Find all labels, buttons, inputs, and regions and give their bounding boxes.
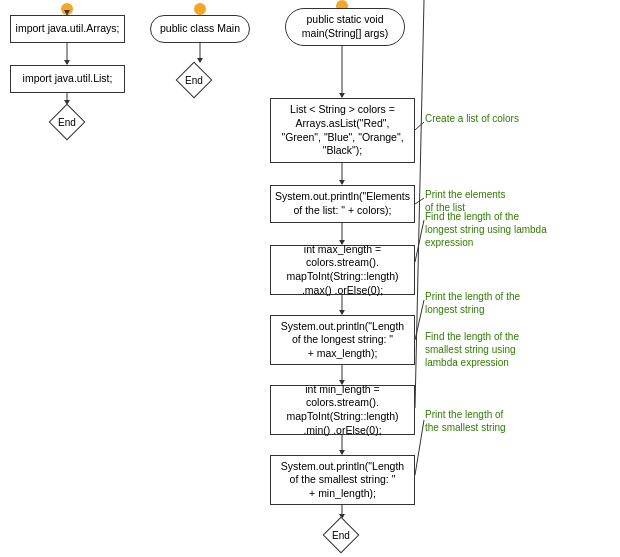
svg-line-28 (415, 0, 424, 408)
start-dot-1 (61, 3, 73, 15)
node-print-elements: System.out.println("Elements of the list… (270, 185, 415, 223)
svg-line-29 (415, 420, 424, 475)
end-label-1: End (58, 117, 76, 128)
node-main-method: public static void main(String[] args) (285, 8, 405, 46)
svg-line-26 (415, 220, 424, 262)
end-diamond-2: End (176, 62, 212, 98)
node-create-list: List < String > colors = Arrays.asList("… (270, 98, 415, 163)
node-import-list: import java.util.List; (10, 65, 125, 93)
end-diamond-1: End (49, 104, 85, 140)
annotation-print-max: Print the length of thelongest string (425, 290, 520, 316)
node-print-max: System.out.println("Length of the longes… (270, 315, 415, 365)
node-public-class: public class Main (150, 15, 250, 43)
annotation-create-colors: Create a list of colors (425, 112, 519, 125)
svg-line-27 (415, 300, 424, 340)
end-label-2: End (185, 75, 203, 86)
annotation-find-min: Find the length of thesmallest string us… (425, 330, 519, 369)
start-dot-2 (194, 3, 206, 15)
svg-line-24 (415, 122, 424, 130)
node-print-min: System.out.println("Length of the smalle… (270, 455, 415, 505)
node-import-arrays: import java.util.Arrays; (10, 15, 125, 43)
node-min-length: int min_length = colors.stream(). mapToI… (270, 385, 415, 435)
annotation-print-min: Print the length ofthe smallest string (425, 408, 506, 434)
svg-line-25 (415, 198, 424, 204)
flowchart: import java.util.Arrays; public class Ma… (0, 0, 620, 557)
end-label-main: End (332, 530, 350, 541)
end-diamond-main: End (323, 517, 359, 553)
annotation-find-max: Find the length of thelongest string usi… (425, 210, 547, 249)
node-max-length: int max_length = colors.stream(). mapToI… (270, 245, 415, 295)
